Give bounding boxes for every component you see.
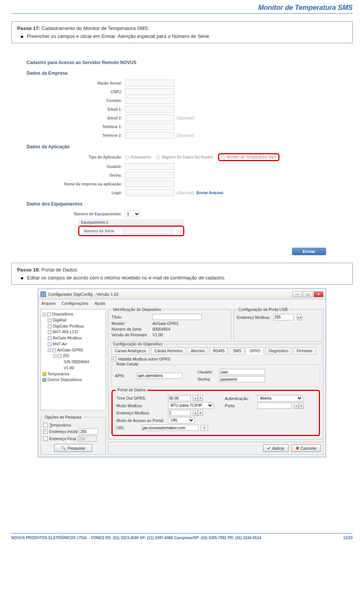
input-senha[interactable] xyxy=(125,172,174,179)
chk-temporarios[interactable] xyxy=(43,423,48,427)
radio-registro[interactable]: Registro De Dados Na Nuvem xyxy=(156,155,213,159)
tree-rhtair[interactable]: RHT-Air xyxy=(42,341,104,347)
add-url-button[interactable]: + xyxy=(201,425,208,431)
tab-canais-remotos[interactable]: Canais Remotos xyxy=(151,347,186,355)
timeout-spinner[interactable]: ▲▼ xyxy=(193,395,203,401)
collapse-icon[interactable]: − xyxy=(48,348,51,352)
input-cnpj[interactable] xyxy=(125,88,174,95)
tab-sms[interactable]: SMS xyxy=(229,347,245,355)
input-email1[interactable] xyxy=(125,106,174,113)
tree-ver[interactable]: V1.00 xyxy=(42,365,104,371)
collapse-icon[interactable]: − xyxy=(42,313,46,316)
device-icon xyxy=(48,330,52,334)
tree-node-255[interactable]: −255 xyxy=(42,353,104,359)
section-aplicacao-title: Dados da Aplicação xyxy=(27,144,337,149)
label-modoacc: Modo de Acesso ao Portal: xyxy=(116,418,166,423)
minimize-button[interactable]: — xyxy=(292,291,302,297)
menu-config[interactable]: Configurações xyxy=(61,301,88,306)
label-modomb: Modo Modbus: xyxy=(116,403,166,408)
radio-monitor[interactable]: Monitor de Temperatura SMS xyxy=(221,155,276,159)
chk-end-ini[interactable]: ✓ xyxy=(43,429,48,434)
select-auth[interactable]: Aberta xyxy=(257,395,303,402)
collapse-icon[interactable]: − xyxy=(53,355,56,358)
group-portal-dados: Portal de Dados Time Out GPRS:▲▼ Modo Mo… xyxy=(111,390,320,436)
input-tel1[interactable] xyxy=(125,123,174,130)
radio-roteamento[interactable]: Roteamento xyxy=(125,155,151,159)
tree-outros[interactable]: Outros Dispositivos xyxy=(42,377,104,383)
window-title: Configurador DigiConfig - Versão 1.62 xyxy=(48,292,292,296)
endmb-spinner[interactable]: ▲▼ xyxy=(193,410,203,416)
tree-airgate-mb[interactable]: AirGate-Modbus xyxy=(42,335,104,341)
input-timeout[interactable] xyxy=(168,395,191,401)
input-serial[interactable] xyxy=(123,227,173,234)
value-modelo: AirGate-GPRS xyxy=(152,321,179,326)
label-email1: Email 1: xyxy=(27,107,125,111)
input-rede-senha[interactable] xyxy=(220,376,265,382)
input-endmb[interactable] xyxy=(168,410,191,416)
select-modomb[interactable]: RTU sobre TCP/IP xyxy=(168,402,213,409)
tab-diagnostico[interactable]: Diagnóstico xyxy=(265,347,292,355)
aplicar-button[interactable]: ✔Aplicar xyxy=(263,444,289,452)
section-equip-title: Dados dos Equipamentos xyxy=(27,201,337,207)
maximize-button[interactable]: ▢ xyxy=(303,291,313,297)
tab-canais-analogicos[interactable]: Canais Analógicos xyxy=(111,347,149,355)
select-modoacc[interactable]: URL xyxy=(168,417,195,424)
tree-sn[interactable]: S/N 00004664 xyxy=(42,359,104,365)
tab-gprs[interactable]: GPRS xyxy=(246,347,264,355)
input-email2[interactable] xyxy=(125,115,174,121)
tree-dispositivos[interactable]: −Dispositivos xyxy=(42,311,104,317)
tab-firmware[interactable]: Firmware xyxy=(293,347,316,355)
input-nome[interactable] xyxy=(125,180,174,187)
portal-title: Portal de Dados xyxy=(116,387,147,392)
step-18-heading: Passo 18: Portal de Dados: xyxy=(17,267,347,273)
device-icon xyxy=(52,348,56,352)
usb-spinner[interactable]: ▲▼ xyxy=(297,314,302,320)
pesquisar-button[interactable]: 🔍Pesquisar xyxy=(54,444,92,452)
select-numequip[interactable]: 1 xyxy=(125,210,140,217)
input-razao[interactable] xyxy=(125,80,174,86)
input-usuario[interactable] xyxy=(125,163,174,170)
label-rede-senha: Senha: xyxy=(198,377,217,381)
porta-spinner[interactable]: ▲▼ xyxy=(294,403,304,409)
label-tel1: Telefone 1: xyxy=(27,125,125,129)
close-button[interactable]: X xyxy=(314,291,323,297)
menu-ajuda[interactable]: Ajuda xyxy=(94,301,105,306)
cancelar-button[interactable]: ✖Cancelar xyxy=(292,444,321,452)
menu-arquivo[interactable]: Arquivo xyxy=(41,301,55,306)
step-17-bullet-row: Preencher os campos e clicar em Enviar. … xyxy=(21,33,347,39)
input-titulo[interactable] xyxy=(152,314,202,320)
tab-rs485[interactable]: RS485 xyxy=(210,347,228,355)
input-porta[interactable] xyxy=(257,403,292,409)
input-usb-endereco[interactable] xyxy=(273,314,294,320)
input-apn[interactable] xyxy=(137,373,182,379)
tab-alarmes[interactable]: Alarmes xyxy=(187,347,208,355)
input-logo[interactable] xyxy=(125,189,174,196)
radio-group-tipo: Roteamento Registro De Dados Na Nuvem Mo… xyxy=(125,153,279,161)
input-end-fin[interactable] xyxy=(78,436,97,442)
enviar-button[interactable]: Enviar xyxy=(292,248,326,255)
chk-end-fin[interactable] xyxy=(43,436,48,441)
search-options-title: Opções de Pesquisa xyxy=(43,415,83,419)
value-firmware: V1.00 xyxy=(152,333,163,337)
link-enviar-arquivo[interactable]: Enviar Arquivo xyxy=(196,191,223,195)
tree-temporarios[interactable]: Temporários xyxy=(42,371,104,377)
input-rede-usuario[interactable] xyxy=(220,369,265,375)
input-end-ini[interactable] xyxy=(79,428,98,435)
tree-airgate-gprs[interactable]: −AirGate-GPRS xyxy=(42,347,104,353)
input-url[interactable] xyxy=(141,425,198,431)
chk-habilita-modbus[interactable]: ✓ xyxy=(111,357,116,361)
tree-digirail[interactable]: DigiRail xyxy=(42,317,104,323)
label-contato: Contato: xyxy=(27,99,125,103)
label-apn: APN: xyxy=(115,373,134,378)
label-logo: Logo: xyxy=(27,191,125,195)
section-equip: Dados dos Equipamentos Número de Equipam… xyxy=(27,201,337,236)
label-serial: Número de Série: xyxy=(82,229,123,233)
tabs-bar: Canais Analógicos Canais Remotos Alarmes… xyxy=(111,347,320,355)
input-tel2[interactable] xyxy=(125,132,174,139)
tree-rht485[interactable]: RHT-485-LCD xyxy=(42,329,104,335)
label-titulo: Título xyxy=(111,315,149,319)
input-contato[interactable] xyxy=(125,97,174,104)
tree-digigate[interactable]: DigiGate Profibus xyxy=(42,323,104,329)
step-17-heading: Passo 17: Cadastramento do Monitor de Te… xyxy=(17,25,347,31)
bullet-icon xyxy=(21,277,23,279)
